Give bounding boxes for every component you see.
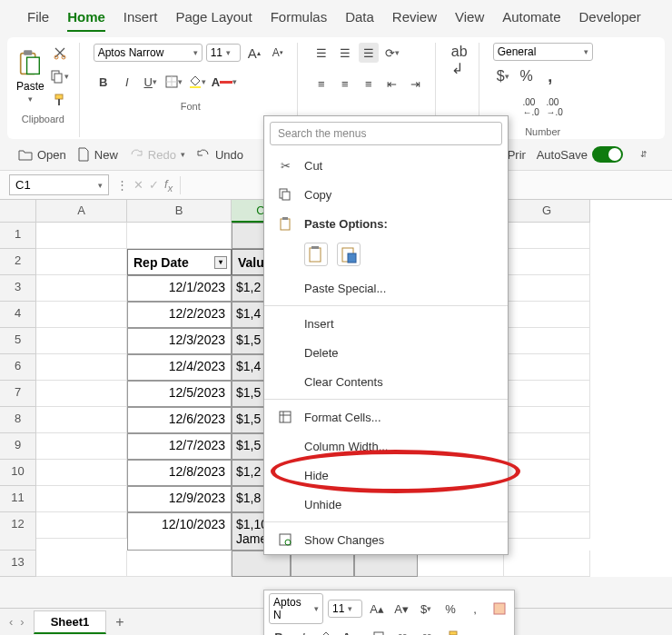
cell[interactable] (504, 486, 590, 512)
mini-dec-inc-icon[interactable]: .00← (395, 627, 415, 635)
menu-show-changes[interactable]: Show Changes (264, 525, 508, 554)
tab-automate[interactable]: Automate (502, 9, 560, 32)
cell[interactable]: 12/2/2023 (127, 302, 232, 328)
cell[interactable]: 12/1/2023 (127, 275, 232, 302)
align-bottom-icon[interactable]: ☰ (359, 43, 379, 63)
underline-icon[interactable]: U ▾ (141, 72, 161, 92)
toggle-on-icon[interactable] (592, 146, 623, 163)
percent-icon[interactable]: % (517, 66, 537, 86)
mini-border-icon[interactable]: ▾ (371, 627, 390, 635)
italic-icon[interactable]: I (117, 72, 137, 92)
cell[interactable] (504, 460, 590, 486)
increase-decimal-icon[interactable]: .00←.0 (521, 97, 541, 117)
cell[interactable]: 12/8/2023 (127, 460, 232, 486)
row-header-11[interactable]: 11 (0, 486, 36, 512)
menu-format-cells[interactable]: Format Cells... (264, 402, 508, 432)
decrease-decimal-icon[interactable]: .00→.0 (545, 97, 565, 117)
tab-formulas[interactable]: Formulas (271, 9, 328, 32)
menu-cut[interactable]: ✂Cut (264, 151, 508, 180)
row-header-2[interactable]: 2 (0, 249, 36, 275)
bold-icon[interactable]: B (94, 72, 114, 92)
cell[interactable] (504, 328, 590, 354)
menu-copy[interactable]: Copy (264, 180, 508, 209)
print-button[interactable]: Print (508, 148, 526, 162)
autosave-toggle[interactable]: AutoSave (537, 146, 623, 163)
mini-percent-icon[interactable]: % (440, 599, 460, 619)
cell[interactable] (36, 381, 127, 407)
undo-button[interactable]: Undo (196, 148, 243, 162)
cell[interactable] (127, 551, 232, 577)
tab-home[interactable]: Home (67, 9, 105, 32)
font-name-combo[interactable]: Aptos Narrow▾ (94, 44, 203, 62)
increase-indent-icon[interactable]: ⇥ (406, 74, 426, 94)
mini-size-combo[interactable]: 11▾ (328, 600, 362, 618)
menu-unhide[interactable]: Unhide (264, 490, 508, 519)
menu-delete[interactable]: Delete (264, 338, 508, 367)
redo-button[interactable]: Redo ▾ (129, 148, 185, 162)
sheet-nav-next-icon[interactable]: › (20, 615, 24, 629)
mini-cf-icon[interactable] (489, 599, 509, 619)
tab-review[interactable]: Review (392, 9, 437, 32)
fill-color-icon[interactable]: ▾ (188, 72, 208, 92)
cell[interactable] (36, 354, 127, 381)
cancel-formula-icon[interactable]: ✕ (133, 178, 143, 192)
cell[interactable] (504, 381, 590, 407)
name-box[interactable]: C1▾ (9, 174, 109, 195)
row-header-7[interactable]: 7 (0, 381, 36, 407)
cut-icon[interactable] (50, 43, 70, 63)
tab-file[interactable]: File (27, 9, 49, 32)
paste-option-special[interactable] (337, 243, 361, 266)
mini-increase-font-icon[interactable]: A▴ (367, 599, 387, 619)
menu-search-input[interactable]: Search the menus (270, 122, 502, 145)
row-header-4[interactable]: 4 (0, 302, 36, 328)
cell[interactable] (504, 223, 590, 249)
cell[interactable] (36, 275, 127, 302)
tab-data[interactable]: Data (345, 9, 374, 32)
cell[interactable] (504, 407, 590, 433)
add-sheet-button[interactable]: + (115, 614, 124, 630)
cell[interactable]: 12/10/2023 (127, 512, 232, 551)
tab-developer[interactable]: Developer (578, 9, 640, 32)
menu-paste-special[interactable]: Paste Special... (264, 273, 508, 303)
align-top-icon[interactable]: ☰ (311, 43, 331, 63)
column-header-A[interactable]: A (36, 200, 127, 223)
cell[interactable] (36, 249, 127, 275)
cell[interactable] (504, 275, 590, 302)
mini-currency-icon[interactable]: $▾ (416, 599, 436, 619)
fx-icon[interactable]: fx (164, 177, 173, 193)
cell[interactable] (504, 433, 590, 460)
number-format-combo[interactable]: General▾ (493, 43, 593, 61)
row-header-3[interactable]: 3 (0, 275, 36, 302)
mini-fill-icon[interactable]: ▾ (318, 627, 338, 635)
comma-icon[interactable]: , (540, 66, 560, 86)
enter-formula-icon[interactable]: ✓ (149, 178, 159, 192)
cell[interactable]: 12/3/2023 (127, 328, 232, 354)
column-header-B[interactable]: B (127, 200, 232, 223)
row-header-1[interactable]: 1 (0, 223, 36, 249)
row-header-12[interactable]: 12 (0, 512, 36, 551)
cell[interactable] (36, 302, 127, 328)
cell[interactable]: Rep Date▾ (127, 249, 232, 275)
cell[interactable] (36, 223, 127, 249)
row-header-6[interactable]: 6 (0, 354, 36, 381)
format-painter-icon[interactable] (50, 90, 70, 110)
decrease-indent-icon[interactable]: ⇤ (382, 74, 402, 94)
cell[interactable] (36, 551, 127, 577)
cell[interactable] (36, 433, 127, 460)
cell[interactable]: 12/9/2023 (127, 486, 232, 512)
align-right-icon[interactable]: ≡ (359, 74, 379, 94)
align-center-icon[interactable]: ≡ (335, 74, 355, 94)
filter-icon[interactable]: ▾ (214, 256, 227, 269)
tab-page-layout[interactable]: Page Layout (175, 9, 252, 32)
cell[interactable] (504, 512, 590, 539)
mini-font-combo[interactable]: Aptos N▾ (269, 593, 323, 624)
menu-clear-contents[interactable]: Clear Contents (264, 367, 508, 396)
menu-hide[interactable]: Hide (264, 461, 508, 490)
cell[interactable] (36, 460, 127, 486)
cell[interactable] (504, 302, 590, 328)
increase-font-icon[interactable]: A▴ (244, 43, 264, 63)
sheet-nav-prev-icon[interactable]: ‹ (9, 615, 13, 629)
formula-menu-icon[interactable]: ⋮ (116, 178, 128, 192)
qat-more-icon[interactable]: ⇵ (634, 144, 654, 164)
cell[interactable] (36, 407, 127, 433)
